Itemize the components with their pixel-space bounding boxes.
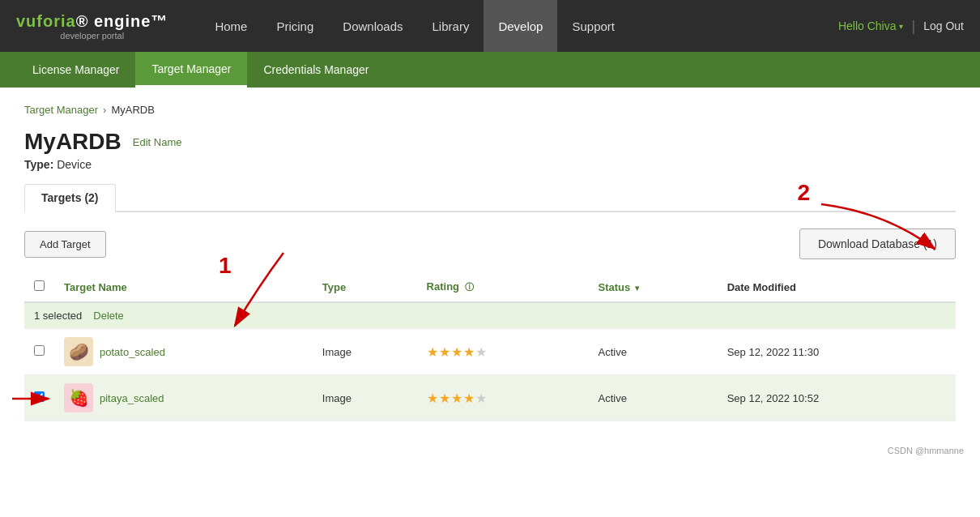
row2-checkbox[interactable] (34, 391, 45, 402)
row2-name-link[interactable]: pitaya_scaled (100, 392, 164, 404)
targets-table-container: Target Name Type Rating ⓘ Status ▾ (24, 272, 956, 421)
tabs-row: Targets (2) (24, 184, 956, 212)
nav-separator: | (911, 18, 915, 35)
delete-link[interactable]: Delete (93, 310, 124, 322)
add-target-button[interactable]: Add Target (24, 231, 106, 258)
breadcrumb-current: MyARDB (111, 104, 154, 116)
row1-status: Active (598, 346, 626, 358)
download-database-button[interactable]: Download Database (1) (799, 229, 956, 259)
col-status[interactable]: Status ▾ (588, 272, 717, 302)
row2-type-cell: Image (313, 375, 417, 421)
row1-checkbox-cell (24, 329, 54, 375)
logout-button[interactable]: Log Out (923, 19, 964, 32)
table-body: 1 selected Delete 🥔 p (24, 302, 956, 421)
row2-status-cell: Active (588, 375, 717, 421)
col-type-label: Type (322, 281, 346, 293)
row1-stars: ★★★★★ (427, 345, 488, 359)
row2-status: Active (598, 392, 626, 404)
page-title: MyARDB (24, 129, 121, 155)
nav-support[interactable]: Support (557, 0, 629, 52)
type-label: Type: (24, 158, 53, 171)
rating-info-icon: ⓘ (465, 282, 474, 292)
col-rating-label: Rating (427, 280, 459, 293)
nav-downloads[interactable]: Downloads (328, 0, 417, 52)
page-content-wrapper: Add Target Download Database (1) 2 (24, 229, 956, 421)
row1-type: Image (322, 346, 352, 358)
logo: vuforia® engine™ developer portal (16, 12, 168, 41)
row1-name-container: 🥔 potato_scaled (64, 337, 303, 366)
row1-checkbox[interactable] (34, 345, 45, 356)
subnav-credentials-manager[interactable]: Credentials Manager (247, 52, 385, 88)
col-type: Type (313, 272, 417, 302)
col-checkbox (24, 272, 54, 302)
logo-subtitle: developer portal (16, 31, 168, 41)
row1-status-cell: Active (588, 329, 717, 375)
col-target-name-label: Target Name (64, 281, 127, 293)
targets-table: Target Name Type Rating ⓘ Status ▾ (24, 272, 956, 421)
row2-checkbox-cell (24, 375, 54, 421)
nav-home[interactable]: Home (200, 0, 262, 52)
logo-engine: ® engine™ (76, 12, 168, 30)
select-all-checkbox[interactable] (34, 280, 45, 291)
status-sort-icon: ▾ (635, 284, 639, 293)
top-navigation: vuforia® engine™ developer portal Home P… (0, 0, 980, 52)
subnav-target-manager[interactable]: Target Manager (135, 52, 247, 88)
col-status-label: Status (598, 281, 630, 293)
row1-name-link[interactable]: potato_scaled (100, 346, 165, 358)
selected-info-cell: 1 selected Delete (24, 302, 956, 329)
edit-name-link[interactable]: Edit Name (133, 136, 182, 148)
nav-links: Home Pricing Downloads Library Develop S… (200, 0, 837, 52)
nav-right: Hello Chiva ▾ | Log Out (838, 18, 964, 35)
row1-date: Sep 12, 2022 11:30 (727, 346, 820, 358)
row2-stars: ★★★★★ (427, 391, 488, 405)
footer-text: CSDN @hmmanne (888, 446, 964, 455)
tab-targets[interactable]: Targets (2) (24, 184, 116, 212)
nav-library[interactable]: Library (418, 0, 484, 52)
row2-icon: 🍓 (64, 383, 93, 412)
sub-navigation: License Manager Target Manager Credentia… (0, 52, 980, 88)
breadcrumb-parent-link[interactable]: Target Manager (24, 104, 98, 116)
col-rating[interactable]: Rating ⓘ (417, 272, 589, 302)
selected-row-info: 1 selected Delete (24, 303, 956, 328)
table-row: 🥔 potato_scaled Image ★★★★★ Active (24, 329, 956, 375)
breadcrumb-separator: › (103, 104, 106, 116)
row2-date-cell: Sep 12, 2022 10:52 (718, 375, 956, 421)
selected-count: 1 selected (34, 310, 82, 322)
page-header: MyARDB Edit Name Type: Device (24, 129, 956, 171)
breadcrumb: Target Manager › MyARDB (24, 104, 956, 116)
table-row: 🍓 pitaya_scaled Image ★★★★★ Active (24, 375, 956, 421)
row1-name-cell: 🥔 potato_scaled (54, 329, 313, 375)
chevron-down-icon: ▾ (899, 22, 903, 31)
page-type: Type: Device (24, 158, 956, 171)
toolbar: Add Target Download Database (1) (24, 229, 956, 259)
nav-pricing[interactable]: Pricing (262, 0, 328, 52)
logo-text: vuforia® engine™ (16, 12, 168, 31)
type-value: Device (57, 158, 92, 171)
table-header: Target Name Type Rating ⓘ Status ▾ (24, 272, 956, 302)
col-date-modified: Date Modified (718, 272, 956, 302)
row1-date-cell: Sep 12, 2022 11:30 (718, 329, 956, 375)
row2-rating-cell: ★★★★★ (417, 375, 589, 421)
user-menu[interactable]: Hello Chiva ▾ (838, 19, 904, 32)
row1-rating-cell: ★★★★★ (417, 329, 589, 375)
row2-type: Image (322, 392, 352, 404)
row2-name-container: 🍓 pitaya_scaled (64, 383, 303, 412)
user-greeting: Hello Chiva (838, 19, 897, 32)
nav-develop[interactable]: Develop (484, 0, 557, 52)
footer: CSDN @hmmanne (0, 438, 980, 464)
row2-date: Sep 12, 2022 10:52 (727, 392, 820, 404)
selected-info-row: 1 selected Delete (24, 302, 956, 329)
logo-vuforia: vuforia (16, 12, 76, 30)
row1-type-cell: Image (313, 329, 417, 375)
page-title-row: MyARDB Edit Name (24, 129, 956, 155)
col-date-label: Date Modified (727, 281, 796, 293)
col-target-name[interactable]: Target Name (54, 272, 313, 302)
subnav-license-manager[interactable]: License Manager (16, 52, 135, 88)
row1-icon: 🥔 (64, 337, 93, 366)
row2-name-cell: 🍓 pitaya_scaled (54, 375, 313, 421)
main-content: Target Manager › MyARDB MyARDB Edit Name… (0, 88, 980, 438)
